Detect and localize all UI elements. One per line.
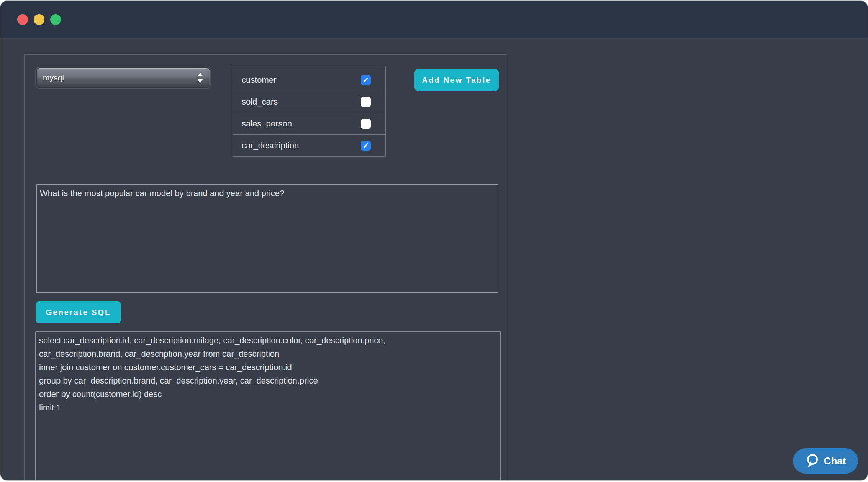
minimize-button[interactable] bbox=[34, 14, 44, 25]
table-list: customer sold_cars sales_person car_desc… bbox=[233, 66, 386, 157]
database-select-value: mysql bbox=[43, 73, 197, 82]
chat-label: Chat bbox=[824, 455, 846, 467]
zoom-button[interactable] bbox=[50, 14, 61, 25]
table-name: sold_cars bbox=[242, 97, 278, 107]
table-row: sales_person bbox=[233, 113, 385, 134]
table-checkbox[interactable] bbox=[361, 141, 371, 151]
app-window: mysql customer sold_cars bbox=[0, 1, 868, 480]
close-button[interactable] bbox=[17, 14, 28, 25]
speech-bubble-icon bbox=[805, 454, 819, 468]
table-row: sold_cars bbox=[233, 91, 385, 113]
table-checkbox[interactable] bbox=[361, 75, 371, 85]
question-input[interactable]: What is the most popular car model by br… bbox=[36, 184, 498, 293]
chat-button[interactable]: Chat bbox=[793, 448, 858, 474]
database-select[interactable]: mysql bbox=[36, 67, 210, 88]
sql-output[interactable]: select car_description.id, car_descripti… bbox=[35, 331, 501, 480]
table-row: car_description bbox=[233, 134, 385, 156]
table-name: customer bbox=[242, 75, 276, 85]
select-up-down-icon bbox=[197, 72, 203, 84]
main-panel: mysql customer sold_cars bbox=[24, 54, 506, 480]
titlebar bbox=[0, 1, 868, 39]
table-checkbox[interactable] bbox=[361, 119, 371, 129]
table-name: car_description bbox=[242, 141, 299, 151]
main-content: mysql customer sold_cars bbox=[0, 40, 868, 480]
generate-sql-button[interactable]: Generate SQL bbox=[36, 301, 121, 323]
table-name: sales_person bbox=[242, 119, 292, 129]
add-new-table-button[interactable]: Add New Table bbox=[414, 69, 499, 91]
table-checkbox[interactable] bbox=[361, 97, 371, 107]
table-row: customer bbox=[233, 69, 385, 91]
